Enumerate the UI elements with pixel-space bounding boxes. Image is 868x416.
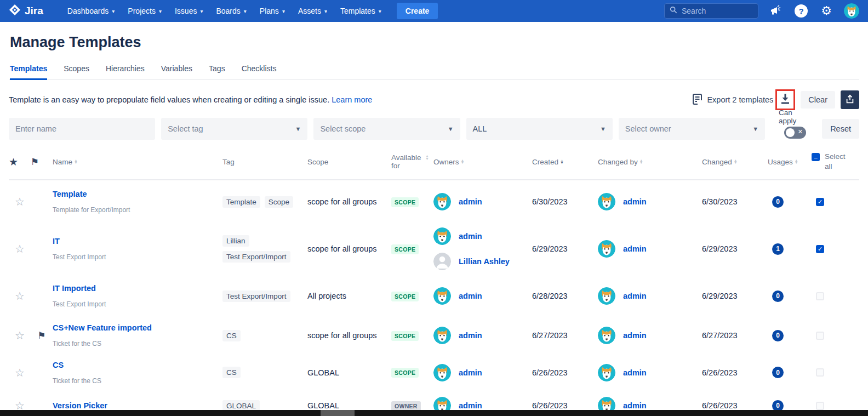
template-name-link[interactable]: Template (53, 190, 222, 198)
nav-item-issues[interactable]: Issues ▾ (168, 0, 210, 22)
header-changed[interactable]: Changed ▲▼ (702, 158, 768, 166)
select-cell (812, 368, 859, 377)
owner-link[interactable]: admin (459, 331, 482, 340)
row-checkbox[interactable]: ✓ (816, 245, 824, 253)
horizontal-scrollbar[interactable] (0, 410, 868, 416)
nav-item-projects[interactable]: Projects ▾ (121, 0, 168, 22)
sort-icon: ▲▼ (425, 155, 429, 160)
owner-filter-select[interactable]: Select owner ▼ (619, 118, 765, 140)
row-checkbox[interactable] (816, 332, 824, 340)
project-filter-select[interactable]: ALL ▼ (466, 118, 613, 140)
primary-nav: Dashboards ▾Projects ▾Issues ▾Boards ▾Pl… (61, 0, 388, 22)
changed-date: 6/27/2023 (702, 331, 768, 340)
search-input[interactable] (682, 7, 747, 15)
favorite-star-header-icon[interactable]: ★ (9, 156, 31, 168)
tab-scopes[interactable]: Scopes (64, 61, 89, 80)
export-templates-button[interactable]: Export 2 templates (693, 94, 773, 106)
global-search[interactable] (664, 3, 758, 19)
row-checkbox[interactable] (816, 368, 824, 377)
download-icon[interactable] (780, 93, 791, 107)
announcements-icon[interactable] (768, 3, 784, 19)
share-export-button[interactable] (841, 90, 859, 109)
template-name-link[interactable]: Version Picker (53, 401, 222, 410)
clear-button[interactable]: Clear (801, 91, 835, 109)
template-name-link[interactable]: IT (53, 237, 222, 246)
header-usages[interactable]: Usages ▲▼ (768, 158, 812, 166)
template-description: Ticket for the CS (53, 377, 222, 385)
favorite-star-icon[interactable]: ☆ (9, 195, 31, 208)
template-description: Template for Export/Import (53, 206, 222, 214)
favorite-star-icon[interactable]: ☆ (9, 329, 31, 342)
settings-gear-icon[interactable]: ⚙ (819, 3, 834, 19)
favorite-star-icon[interactable]: ☆ (9, 366, 31, 379)
changed-by-link[interactable]: admin (623, 368, 647, 377)
favorite-star-icon[interactable]: ☆ (9, 289, 31, 303)
name-filter-input[interactable] (9, 118, 155, 140)
owner-link[interactable]: admin (459, 232, 482, 241)
header-created[interactable]: Created ▲▼ (532, 158, 598, 166)
usages-count-badge[interactable]: 0 (772, 290, 784, 302)
row-checkbox[interactable] (816, 292, 824, 300)
header-available-for[interactable]: Available for ▲▼ (391, 153, 433, 170)
nav-item-dashboards[interactable]: Dashboards ▾ (61, 0, 122, 22)
user-avatar[interactable] (844, 3, 859, 19)
row-checkbox[interactable] (816, 402, 824, 410)
tab-templates[interactable]: Templates (10, 61, 47, 80)
nav-item-templates[interactable]: Templates ▾ (334, 0, 388, 22)
changed-by-link[interactable]: admin (623, 197, 647, 206)
tab-hierarchies[interactable]: Hierarchies (106, 61, 145, 80)
usages-count-badge[interactable]: 0 (772, 196, 784, 208)
changed-by-link[interactable]: admin (623, 292, 647, 300)
flag-header-icon[interactable]: ⚑ (31, 156, 53, 168)
can-apply-toggle[interactable]: ✕ (784, 127, 806, 139)
row-checkbox[interactable]: ✓ (816, 198, 824, 206)
tab-tags[interactable]: Tags (209, 61, 225, 80)
scope-filter-select[interactable]: Select scope ▼ (313, 118, 460, 140)
help-icon[interactable]: ? (793, 3, 809, 19)
owner-link[interactable]: admin (459, 197, 482, 206)
chevron-down-icon: ▾ (112, 8, 115, 14)
tags-cell: LillianTest Export/Import (222, 235, 307, 263)
available-for-badge: SCOPE (391, 244, 419, 254)
create-button[interactable]: Create (397, 3, 438, 19)
template-name-link[interactable]: CS (53, 361, 222, 369)
select-all-checkbox[interactable]: – (812, 153, 820, 161)
header-changed-by[interactable]: Changed by ▲▼ (598, 158, 702, 166)
usages-count-badge[interactable]: 0 (772, 330, 784, 341)
chevron-down-icon: ▾ (379, 8, 381, 14)
template-name-link[interactable]: IT Imported (53, 284, 222, 293)
nav-item-boards[interactable]: Boards ▾ (209, 0, 253, 22)
tag-chip: Test Export/Import (222, 251, 290, 263)
favorite-star-icon[interactable]: ☆ (9, 242, 31, 255)
nav-item-assets[interactable]: Assets ▾ (292, 0, 334, 22)
reset-button[interactable]: Reset (822, 119, 859, 139)
top-nav: Jira Dashboards ▾Projects ▾Issues ▾Board… (0, 0, 868, 22)
changed-by-link[interactable]: admin (623, 244, 647, 253)
header-name[interactable]: Name ▲▼ (53, 158, 222, 166)
owner-link[interactable]: Lillian Ashley (459, 257, 510, 266)
owner-link[interactable]: admin (459, 401, 482, 410)
tag-filter-select[interactable]: Select tag ▼ (161, 118, 307, 140)
tab-variables[interactable]: Variables (161, 61, 192, 80)
changed-by-link[interactable]: admin (623, 331, 647, 340)
page-title: Manage Templates (10, 34, 859, 51)
created-date: 6/26/2023 (532, 368, 598, 377)
jira-brand[interactable]: Jira (9, 4, 43, 19)
sort-icon: ▲▼ (795, 159, 798, 164)
template-name-link[interactable]: CS+New Feature imported (53, 323, 222, 332)
scrollbar-thumb[interactable] (321, 410, 355, 416)
usages-count-badge[interactable]: 0 (772, 367, 784, 378)
header-owners[interactable]: Owners ▲▼ (433, 158, 532, 166)
flag-icon[interactable]: ⚑ (31, 330, 53, 341)
chevron-down-icon: ▾ (159, 8, 162, 14)
dog-avatar (433, 327, 451, 344)
changed-by-link[interactable]: admin (623, 401, 647, 410)
nav-item-plans[interactable]: Plans ▾ (253, 0, 292, 22)
usages-count-badge[interactable]: 1 (772, 243, 784, 255)
tab-checklists[interactable]: Checklists (242, 61, 277, 80)
owner-link[interactable]: admin (459, 368, 482, 377)
chevron-down-icon: ▼ (752, 126, 758, 132)
learn-more-link[interactable]: Learn more (332, 95, 372, 104)
owner-link[interactable]: admin (459, 292, 482, 300)
available-for-cell: SCOPE (391, 244, 433, 254)
